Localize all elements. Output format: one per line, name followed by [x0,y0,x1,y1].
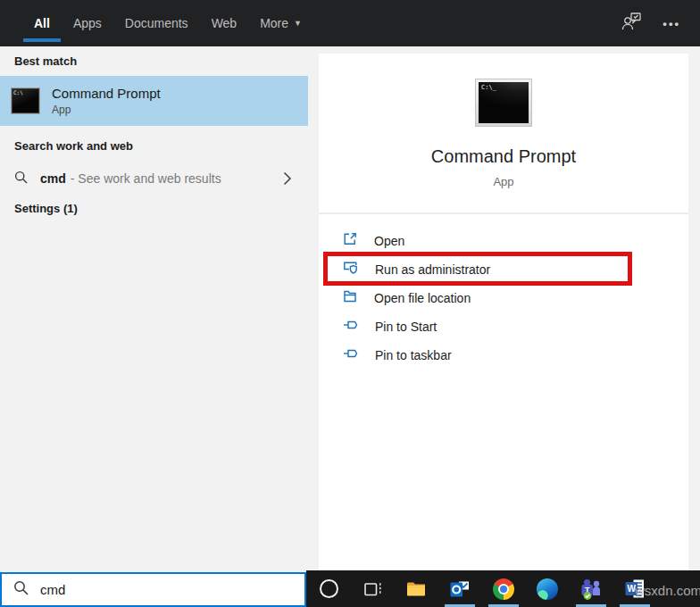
search-icon [13,580,29,599]
open-icon [343,232,357,250]
web-search-result-row[interactable]: cmd - See work and web results [0,163,308,194]
search-icon [14,170,28,187]
best-match-result-command-prompt[interactable]: C:\ Command Prompt App [0,76,308,126]
preview-title: Command Prompt [319,146,688,167]
command-prompt-large-icon-text: C:\_ [481,84,496,91]
divider [319,212,688,214]
action-pin-to-start[interactable]: Pin to Start [319,312,688,341]
search-results-panel: Best match C:\ Command Prompt App Search… [0,46,308,572]
tab-apps[interactable]: Apps [62,0,113,46]
preview-pane: C:\_ Command Prompt App Open Run as [319,54,688,570]
chevron-down-icon: ▼ [294,19,302,28]
task-view-icon[interactable] [357,570,388,607]
command-prompt-icon: C:\ [11,87,40,114]
pin-icon [343,319,358,335]
teams-icon[interactable]: T [576,570,606,607]
tab-more[interactable]: More ▼ [248,0,313,46]
best-match-subtitle: App [52,104,161,116]
chrome-icon[interactable] [488,570,519,607]
command-prompt-icon-text: C:\ [13,89,23,96]
taskbar-search-box[interactable] [0,572,306,607]
web-search-suffix: - See work and web results [71,171,221,186]
pin-icon [343,347,358,363]
best-match-title: Command Prompt [52,86,161,101]
action-pin-to-start-label: Pin to Start [375,320,437,334]
settings-section-label: Settings (1) [14,202,78,215]
tab-web[interactable]: Web [200,0,249,46]
tab-more-label: More [260,16,288,30]
web-search-query: cmd [40,171,66,186]
filter-tabs: All Apps Documents Web More ▼ [0,0,313,46]
best-match-section-label: Best match [14,54,77,68]
tab-apps-label: Apps [73,16,102,30]
user-feedback-icon[interactable] [621,12,643,35]
tab-all-label: All [34,16,50,30]
file-explorer-icon[interactable] [401,570,431,607]
search-web-section-label: Search work and web [14,139,133,153]
action-run-as-administrator-label: Run as administrator [375,262,490,277]
command-prompt-large-icon: C:\_ [475,79,532,127]
outlook-icon[interactable] [445,570,475,607]
tab-web-label: Web [212,16,238,30]
more-options-icon[interactable]: ••• [662,17,680,30]
action-open[interactable]: Open [319,227,688,255]
tab-documents-label: Documents [125,16,188,30]
action-open-file-location-label: Open file location [374,291,471,305]
cortana-icon[interactable] [313,570,344,607]
watermark: wsxdn.com [635,583,700,598]
search-filter-header: All Apps Documents Web More ▼ ••• [0,0,700,46]
folder-icon [343,289,357,307]
windows-search-screen: All Apps Documents Web More ▼ ••• [0,0,700,607]
action-run-as-administrator[interactable]: Run as administrator [319,255,688,284]
action-open-file-location[interactable]: Open file location [319,284,688,312]
edge-icon[interactable] [532,570,562,607]
action-pin-to-taskbar-label: Pin to taskbar [375,348,452,362]
tab-all[interactable]: All [22,0,62,46]
run-as-administrator-shield-icon [343,261,358,279]
preview-subtitle: App [319,175,688,188]
tab-documents[interactable]: Documents [113,0,200,46]
action-pin-to-taskbar[interactable]: Pin to taskbar [319,341,688,370]
search-input[interactable] [40,582,263,597]
chevron-right-icon[interactable] [283,171,292,189]
action-open-label: Open [374,234,404,248]
